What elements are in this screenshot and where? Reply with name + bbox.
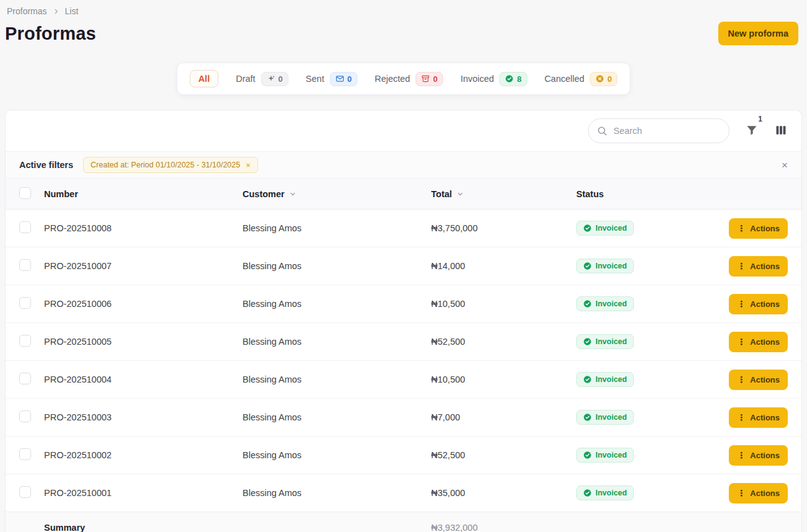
status-label: Invoiced: [595, 489, 627, 497]
check-circle-icon: [583, 299, 592, 308]
status-badge: Invoiced: [576, 372, 634, 387]
archive-icon: [421, 74, 430, 83]
table-row: PRO-202510005 Blessing Amos ₦52,500 Invo…: [6, 323, 801, 361]
breadcrumb-list[interactable]: List: [65, 6, 79, 16]
row-customer: Blessing Amos: [243, 299, 431, 309]
row-checkbox[interactable]: [19, 373, 31, 384]
row-total: ₦35,000: [431, 488, 576, 498]
actions-label: Actions: [750, 299, 780, 309]
row-number: PRO-202510002: [44, 450, 243, 460]
row-customer: Blessing Amos: [243, 223, 431, 233]
tab-rejected[interactable]: Rejected 0: [375, 72, 443, 86]
actions-label: Actions: [750, 451, 780, 460]
row-checkbox[interactable]: [19, 221, 31, 233]
row-actions-button[interactable]: ⋮ Actions: [729, 483, 788, 503]
envelope-icon: [336, 74, 344, 83]
kebab-icon: ⋮: [737, 262, 746, 270]
new-proforma-button[interactable]: New proforma: [718, 22, 799, 45]
breadcrumb-proformas[interactable]: Proformas: [7, 6, 47, 16]
row-total: ₦14,000: [431, 261, 576, 271]
row-actions-button[interactable]: ⋮ Actions: [729, 370, 788, 390]
kebab-icon: ⋮: [737, 224, 746, 233]
breadcrumb: Proformas List: [5, 6, 802, 16]
table-row: PRO-202510006 Blessing Amos ₦10,500 Invo…: [6, 285, 801, 323]
row-actions-button[interactable]: ⋮ Actions: [729, 407, 788, 428]
tab-invoiced[interactable]: Invoiced 8: [460, 72, 527, 86]
row-total: ₦10,500: [431, 299, 576, 309]
table-body: PRO-202510008 Blessing Amos ₦3,750,000 I…: [6, 210, 801, 512]
column-header-total[interactable]: Total: [431, 189, 576, 199]
status-label: Invoiced: [595, 299, 627, 308]
list-toolbar: 1: [6, 110, 801, 151]
column-header-status[interactable]: Status: [576, 189, 720, 199]
actions-label: Actions: [750, 413, 780, 422]
table-row: PRO-202510001 Blessing Amos ₦35,000 Invo…: [6, 474, 801, 512]
filter-chip-text: Created at: Period 01/10/2025 - 31/10/20…: [91, 161, 240, 169]
status-tabs: All Draft 0 Sent 0 Rejected: [177, 63, 631, 95]
row-actions-button[interactable]: ⋮ Actions: [729, 294, 788, 314]
tab-all-label: All: [198, 74, 210, 84]
actions-label: Actions: [750, 489, 780, 498]
tab-all[interactable]: All: [190, 70, 219, 87]
kebab-icon: ⋮: [737, 299, 746, 308]
kebab-icon: ⋮: [737, 337, 746, 346]
status-label: Invoiced: [595, 224, 627, 233]
row-number: PRO-202510005: [44, 337, 243, 347]
filter-count-badge: 1: [758, 115, 762, 123]
check-circle-icon: [583, 451, 592, 459]
status-badge: Invoiced: [576, 259, 634, 273]
tab-invoiced-label: Invoiced: [460, 74, 494, 84]
row-actions-button[interactable]: ⋮ Actions: [729, 332, 788, 352]
tab-invoiced-count: 8: [517, 74, 521, 84]
check-circle-icon: [583, 413, 592, 422]
tab-draft-count: 0: [279, 74, 283, 84]
table-row: PRO-202510002 Blessing Amos ₦52,500 Invo…: [6, 437, 801, 474]
page-title: Proformas: [5, 24, 96, 44]
select-all-checkbox[interactable]: [19, 187, 31, 199]
row-checkbox[interactable]: [19, 410, 31, 422]
row-actions-button[interactable]: ⋮ Actions: [729, 218, 788, 239]
filter-button[interactable]: [744, 123, 759, 140]
row-customer: Blessing Amos: [243, 337, 431, 347]
row-checkbox[interactable]: [19, 259, 31, 271]
tab-sent-label: Sent: [306, 74, 324, 84]
tab-sent-badge: 0: [330, 72, 357, 86]
check-circle-icon: [583, 375, 592, 384]
row-checkbox[interactable]: [19, 486, 31, 498]
row-actions-button[interactable]: ⋮ Actions: [729, 445, 788, 466]
row-total: ₦52,500: [431, 337, 576, 347]
columns-button[interactable]: [774, 123, 788, 139]
column-header-number[interactable]: Number: [44, 189, 243, 199]
row-checkbox[interactable]: [19, 335, 31, 347]
row-checkbox[interactable]: [19, 448, 31, 460]
tab-cancelled-badge: 0: [590, 72, 617, 86]
row-actions-button[interactable]: ⋮ Actions: [729, 256, 788, 277]
actions-label: Actions: [750, 262, 780, 271]
tab-sent[interactable]: Sent 0: [306, 72, 357, 86]
row-checkbox[interactable]: [19, 297, 31, 309]
column-header-customer[interactable]: Customer: [243, 189, 431, 199]
clear-filters-icon[interactable]: ×: [782, 160, 788, 171]
row-total: ₦52,500: [431, 450, 576, 460]
tab-rejected-badge: 0: [416, 72, 443, 86]
actions-label: Actions: [750, 375, 780, 384]
tab-draft[interactable]: Draft 0: [236, 72, 288, 86]
row-customer: Blessing Amos: [243, 261, 431, 271]
table-row: PRO-202510008 Blessing Amos ₦3,750,000 I…: [6, 210, 801, 247]
chip-close-icon[interactable]: ×: [246, 161, 251, 169]
search-input[interactable]: [588, 118, 729, 143]
status-badge: Invoiced: [576, 485, 634, 500]
sparkles-icon: [267, 74, 275, 83]
row-number: PRO-202510006: [44, 299, 243, 309]
tab-cancelled[interactable]: Cancelled 0: [545, 72, 618, 86]
status-badge: Invoiced: [576, 410, 634, 425]
table-row: PRO-202510007 Blessing Amos ₦14,000 Invo…: [6, 247, 801, 285]
row-customer: Blessing Amos: [243, 375, 431, 384]
row-number: PRO-202510004: [44, 375, 243, 384]
status-label: Invoiced: [595, 262, 627, 270]
filter-chip-created-at[interactable]: Created at: Period 01/10/2025 - 31/10/20…: [83, 157, 258, 173]
funnel-icon: [746, 124, 758, 138]
chevron-down-icon: [457, 190, 464, 198]
columns-icon: [775, 125, 787, 138]
table-row: PRO-202510004 Blessing Amos ₦10,500 Invo…: [6, 361, 801, 399]
